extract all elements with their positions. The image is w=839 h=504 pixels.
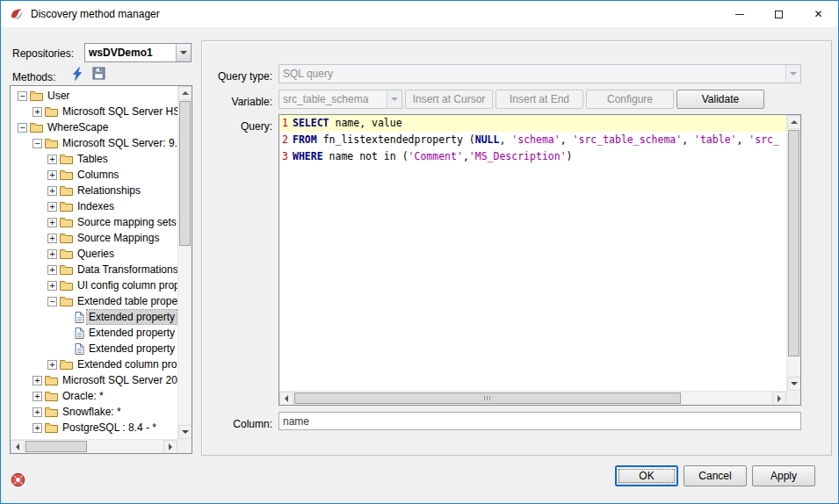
tree-item-label: Tables [76,152,110,166]
scroll-left-button[interactable] [279,392,293,406]
tree-item[interactable]: Extended property [11,341,177,356]
tree-item[interactable]: +Data Transformations [11,262,177,277]
dropdown-arrow-icon[interactable] [176,44,191,61]
code-line[interactable]: 1SELECT name, value [279,115,786,132]
editor-vertical-scrollbar[interactable] [786,115,800,391]
discovery-method-manager-dialog: Discovery method manager ✕ Repositories:… [0,0,839,504]
scroll-thumb[interactable] [294,392,681,404]
expand-plus-icon[interactable]: + [33,376,42,385]
tree-item[interactable]: +Columns [11,167,177,183]
tree-item-label: UI config column prope [76,278,177,292]
column-value: name [283,415,309,428]
query-editor-lines[interactable]: 1SELECT name, value2FROM fn_listextended… [279,115,786,391]
folder-icon [60,296,73,306]
variable-buttons: Insert at CursorInsert at EndConfigureVa… [405,90,764,109]
tree-item[interactable]: Extended property [11,325,177,341]
expand-plus-icon[interactable]: + [47,218,57,227]
scroll-right-button[interactable] [772,392,786,406]
scroll-thumb[interactable] [179,101,191,246]
save-icon[interactable] [92,67,106,81]
collapse-minus-icon[interactable]: − [47,297,57,306]
tree-items: −User+Microsoft SQL Server HS: S−WhereSc… [11,86,177,439]
document-icon [75,328,84,339]
ok-button[interactable]: OK [615,465,678,486]
scroll-thumb[interactable] [25,441,87,452]
collapse-minus-icon[interactable]: − [18,91,27,101]
tree-item[interactable]: +Microsoft SQL Server HS: S [11,104,177,119]
collapse-minus-icon[interactable]: − [18,123,27,133]
tree-item[interactable]: +Snowflake: * [11,404,177,420]
expand-plus-icon[interactable]: + [47,281,57,291]
expand-plus-icon[interactable]: + [33,407,42,417]
tree-item-label: Extended property [87,326,177,340]
query-editor[interactable]: 1SELECT name, value2FROM fn_listextended… [278,114,801,406]
tree-item-label: Relationships [76,184,142,198]
query-type-value: SQL query [279,65,785,83]
scroll-up-button[interactable] [178,86,192,100]
apply-button[interactable]: Apply [752,465,815,486]
splitter-grip-icon [484,396,491,400]
expand-plus-icon[interactable]: + [47,186,57,196]
line-number: 1 [282,115,293,132]
tree-item[interactable]: +Extended column prop [11,356,177,372]
validate-button[interactable]: Validate [676,90,764,109]
sync-icon[interactable] [71,67,85,81]
help-buoy-icon[interactable] [11,472,25,487]
tree-item[interactable]: −User [11,88,177,104]
collapse-minus-icon[interactable]: − [33,139,42,148]
titlebar[interactable]: Discovery method manager ✕ [1,1,838,27]
scroll-right-button[interactable] [163,440,177,454]
tree-item-label: Microsoft SQL Server: 9.0 - [61,136,177,150]
tree-item[interactable]: +Queries [11,246,177,262]
expand-plus-icon[interactable]: + [47,234,57,243]
expand-plus-icon[interactable]: + [47,202,57,212]
code-line[interactable]: 2FROM fn_listextendedproperty (NULL, 'sc… [279,132,786,148]
minimize-button[interactable] [720,1,759,27]
query-label: Query: [204,119,272,133]
tree-item[interactable]: +Relationships [11,183,177,198]
expand-plus-icon[interactable]: + [47,265,57,275]
cancel-button[interactable]: Cancel [683,465,747,486]
tree-item[interactable]: −WhereScape [11,119,177,135]
tree-item[interactable]: Extended property [11,309,177,325]
tree-vertical-scrollbar[interactable] [177,86,192,439]
editor-horizontal-scrollbar[interactable] [279,391,786,405]
window-title: Discovery method manager [31,8,160,20]
code-line[interactable]: 3WHERE name not in ('Comment','MS_Descri… [279,148,786,165]
expand-plus-icon[interactable]: + [33,392,42,401]
tree-item[interactable]: +Tables [11,151,177,167]
query-type-label: Query type: [204,69,272,83]
tree-item[interactable]: −Extended table propert [11,293,177,309]
tree-item-label: Source mapping sets [76,215,177,229]
scroll-thumb[interactable] [788,130,799,356]
tree-item[interactable]: +PostgreSQL : 8.4 - * [11,420,177,436]
scroll-down-button[interactable] [178,425,192,439]
expand-plus-icon[interactable]: + [47,360,57,370]
tree-item[interactable]: +UI config column prope [11,277,177,293]
repositories-dropdown[interactable]: wsDVDemo1 [84,43,192,62]
expand-plus-icon[interactable]: + [47,170,57,180]
maximize-button[interactable] [759,1,799,27]
column-field[interactable]: name [278,412,801,430]
scroll-down-button[interactable] [787,377,801,391]
close-button[interactable]: ✕ [799,1,838,27]
tree-item[interactable]: +Oracle: * [11,388,177,404]
tree-item[interactable]: +Source Mappings [11,230,177,246]
insert-at-cursor-button: Insert at Cursor [405,90,493,109]
tree-item[interactable]: +Indexes [11,198,177,214]
tree-item-label: Data Transformations [76,263,177,277]
document-icon [75,343,84,355]
tree-item[interactable]: −Microsoft SQL Server: 9.0 - [11,135,177,151]
tree-item[interactable]: +Source mapping sets [11,214,177,230]
scroll-left-button[interactable] [11,440,25,454]
scroll-up-button[interactable] [787,115,801,129]
tree-item-label: Snowflake: * [61,405,123,419]
app-icon [10,7,24,21]
expand-plus-icon[interactable]: + [47,155,57,164]
expand-plus-icon[interactable]: + [47,249,57,259]
expand-plus-icon[interactable]: + [33,107,42,117]
expand-plus-icon[interactable]: + [33,423,42,433]
configure-button: Configure [586,90,674,109]
tree-horizontal-scrollbar[interactable] [11,439,177,453]
tree-item[interactable]: +Microsoft SQL Server 2000 [11,372,177,388]
